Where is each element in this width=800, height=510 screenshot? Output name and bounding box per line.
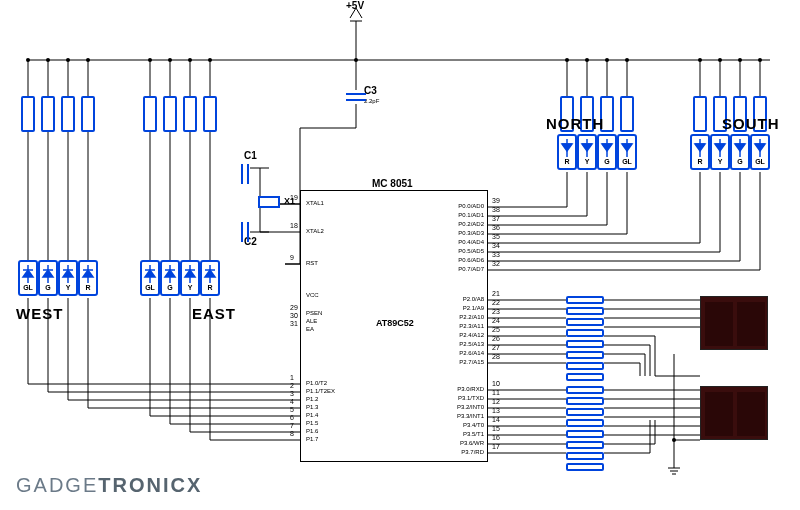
pin-name: P3.5/T1 [436,431,484,437]
pin-num: 36 [492,224,500,231]
crystal [258,196,280,208]
pin-name: PSEN [306,310,322,316]
pin-name: P1.2 [306,396,318,402]
pin-num: 9 [290,254,294,261]
pin-num: 14 [492,416,500,423]
pin-num: 35 [492,233,500,240]
svg-point-3 [66,58,70,62]
resistors-east [143,96,217,132]
svg-point-0 [354,58,358,62]
pin-name: P2.3/A11 [436,323,484,329]
pin-num: 22 [492,299,500,306]
pin-name: P0.0/AD0 [436,203,484,209]
led-r: R [557,134,577,170]
led-gl: GL [750,134,770,170]
pin-name: P1.5 [306,420,318,426]
pin-name: P1.3 [306,404,318,410]
seven-seg-top [700,296,768,350]
svg-point-5 [148,58,152,62]
leds-east: GLGYR [140,260,220,296]
svg-point-15 [738,58,742,62]
pin-num: 10 [492,380,500,387]
leds-south: RYGGL [690,134,770,170]
svg-point-10 [585,58,589,62]
pin-name: VCC [306,292,319,298]
pin-name: P0.2/AD2 [436,221,484,227]
pin-num: 27 [492,344,500,351]
pin-name: P0.7/AD7 [436,266,484,272]
pin-name: P0.1/AD1 [436,212,484,218]
svg-point-2 [46,58,50,62]
pin-num: 34 [492,242,500,249]
pin-name: P2.2/A10 [436,314,484,320]
pin-name: RST [306,260,318,266]
pin-name: P0.6/AD6 [436,257,484,263]
led-g: G [730,134,750,170]
pin-name: P3.6/WR [436,440,484,446]
svg-point-17 [672,438,676,442]
pin-name: P3.4/T0 [436,422,484,428]
led-r: R [200,260,220,296]
svg-point-6 [168,58,172,62]
pin-name: P2.5/A13 [436,341,484,347]
pin-num: 6 [290,414,294,421]
svg-point-7 [188,58,192,62]
logo-bold: TRONICX [98,474,202,496]
svg-point-1 [26,58,30,62]
pin-name: P1.0/T2 [306,380,327,386]
pin-num: 12 [492,398,500,405]
pin-num: 26 [492,335,500,342]
pin-name: P3.0/RXD [436,386,484,392]
led-g: G [38,260,58,296]
pin-name: P2.4/A12 [436,332,484,338]
logo: GADGETRONICX [16,474,202,497]
led-y: Y [710,134,730,170]
pin-name: P3.1/TXD [436,395,484,401]
pin-name: P1.1/T2EX [306,388,335,394]
cap-c1-label: C1 [244,150,257,161]
resistors-p3 [566,386,604,471]
pin-name: P3.3/INT1 [436,413,484,419]
pin-num: 7 [290,422,294,429]
led-y: Y [577,134,597,170]
pin-num: 15 [492,425,500,432]
pin-name: P0.4/AD4 [436,239,484,245]
pin-name: P0.3/AD3 [436,230,484,236]
svg-point-13 [698,58,702,62]
pin-num: 4 [290,398,294,405]
led-g: G [160,260,180,296]
mcu-part: AT89C52 [376,318,414,328]
pin-num: 32 [492,260,500,267]
pin-name: P0.5/AD5 [436,248,484,254]
pin-num: 16 [492,434,500,441]
led-y: Y [58,260,78,296]
resistors-west [21,96,95,132]
pin-name: EA [306,326,314,332]
pin-num: 31 [290,320,298,327]
pin-name: P1.4 [306,412,318,418]
pin-num: 38 [492,206,500,213]
led-r: R [690,134,710,170]
pin-num: 25 [492,326,500,333]
label-north: NORTH [546,115,604,132]
pin-num: 17 [492,443,500,450]
pin-name: P2.1/A9 [436,305,484,311]
pin-name: ALE [306,318,317,324]
pin-num: 11 [492,389,500,396]
leds-west: GLGYR [18,260,98,296]
led-gl: GL [617,134,637,170]
led-g: G [597,134,617,170]
pin-num: 5 [290,406,294,413]
pin-num: 30 [290,312,298,319]
cap-c3-icon [342,88,372,108]
svg-point-16 [758,58,762,62]
label-east: EAST [192,305,236,322]
pin-num: 21 [492,290,500,297]
pin-num: 29 [290,304,298,311]
svg-point-11 [605,58,609,62]
power-label: +5V [346,0,364,11]
led-y: Y [180,260,200,296]
pin-name: P3.2/INT0 [436,404,484,410]
pin-name: P2.6/A14 [436,350,484,356]
pin-num: 13 [492,407,500,414]
